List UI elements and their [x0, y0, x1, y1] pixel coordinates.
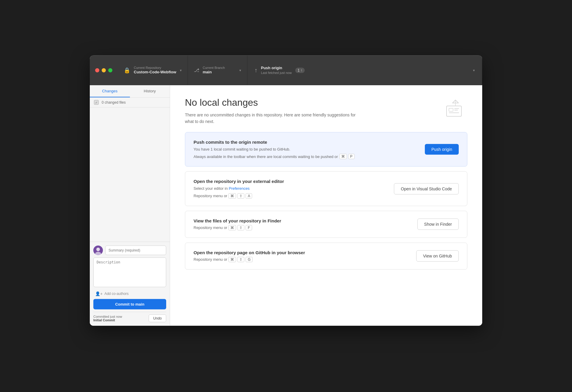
select-all-checkbox[interactable]: ✓ — [94, 100, 99, 105]
suggestion-card-github: Open the repository page on GitHub in yo… — [185, 243, 467, 270]
push-label-main: Push origin — [261, 66, 292, 71]
suggestion-editor-title: Open the repository in your external edi… — [194, 179, 385, 184]
push-label-small: Last fetched just now — [261, 71, 292, 75]
open-editor-button[interactable]: Open in Visual Studio Code — [394, 183, 459, 194]
repo-label-small: Current Repository — [134, 66, 176, 70]
svg-rect-4 — [449, 108, 453, 111]
repo-section[interactable]: 🔒 Current Repository Custom-Code-Webflow… — [118, 56, 188, 85]
repo-label-main: Custom-Code-Webflow — [134, 70, 176, 75]
suggestion-github-title: Open the repository page on GitHub in yo… — [194, 250, 407, 255]
finder-kbd-shift: ⇧ — [237, 225, 244, 230]
push-section[interactable]: ↑ Push origin Last fetched just now 1 ↑ … — [247, 56, 482, 85]
branch-section[interactable]: ⎇ Current Branch main ▾ — [188, 56, 247, 85]
repo-dropdown-arrow: ▾ — [180, 68, 182, 72]
tab-history[interactable]: History — [130, 85, 170, 97]
tab-changes[interactable]: Changes — [90, 85, 130, 97]
co-author-row[interactable]: 👤+ Add co-authors — [93, 290, 166, 297]
push-badge-text: 1 ↑ — [298, 68, 302, 72]
finder-kbd-f: F — [246, 225, 252, 230]
undo-button[interactable]: Undo — [149, 314, 166, 322]
no-changes-subtitle: There are no uncommitted changes in this… — [185, 112, 357, 125]
no-changes-text: No local changes There are no uncommitte… — [185, 97, 357, 125]
editor-kbd-shift: ⇧ — [237, 193, 244, 199]
finder-kbd-cmd: ⌘ — [228, 225, 236, 230]
suggestion-card-editor: Open the repository in your external edi… — [185, 171, 467, 206]
changed-files-label: 0 changed files — [102, 100, 126, 105]
push-kbd-cmd: ⌘ — [339, 154, 347, 159]
toolbar-sections: 🔒 Current Repository Custom-Code-Webflow… — [118, 56, 482, 85]
no-changes-title: No local changes — [185, 97, 357, 108]
minimize-button[interactable] — [102, 68, 106, 72]
svg-point-1 — [96, 248, 100, 251]
main-content: No local changes There are no uncommitte… — [170, 85, 482, 326]
suggestions-list: Push commits to the origin remote You ha… — [185, 132, 467, 270]
no-changes-header: No local changes There are no uncommitte… — [185, 97, 467, 125]
summary-input[interactable] — [105, 246, 166, 255]
branch-label-small: Current Branch — [203, 66, 225, 70]
suggestion-editor-text: Open the repository in your external edi… — [194, 179, 385, 199]
commit-button[interactable]: Commit to main — [93, 299, 166, 309]
co-author-label: Add co-authors — [104, 292, 128, 296]
commit-status-msg: Initial Commit — [93, 318, 122, 322]
push-icon: ↑ — [254, 67, 257, 74]
push-badge: 1 ↑ — [295, 67, 305, 73]
sidebar-content — [90, 108, 170, 242]
push-kbd-p: P — [348, 154, 355, 159]
description-textarea[interactable] — [93, 257, 166, 287]
titlebar: 🔒 Current Repository Custom-Code-Webflow… — [90, 56, 482, 85]
branch-icon: ⎇ — [194, 67, 199, 73]
editor-kbd-cmd: ⌘ — [228, 193, 236, 199]
sidebar: Changes History ✓ 0 changed files — [90, 85, 170, 326]
branch-dropdown-arrow: ▾ — [239, 68, 241, 72]
svg-rect-7 — [449, 113, 459, 113]
suggestion-push-shortcut: Always available in the toolbar when the… — [194, 154, 416, 159]
branch-labels: Current Branch main — [203, 66, 225, 75]
avatar — [93, 246, 103, 255]
commit-status-info: Committed just now Initial Commit — [93, 315, 122, 322]
suggestion-github-text: Open the repository page on GitHub in yo… — [194, 250, 407, 262]
suggestion-card-push: Push commits to the origin remote You ha… — [185, 132, 467, 167]
push-dropdown-arrow: ▾ — [473, 68, 475, 72]
svg-rect-6 — [454, 110, 458, 110]
suggestion-push-title: Push commits to the origin remote — [194, 140, 416, 145]
maximize-button[interactable] — [108, 68, 112, 72]
repo-labels: Current Repository Custom-Code-Webflow — [134, 66, 176, 75]
suggestion-card-finder: View the files of your repository in Fin… — [185, 211, 467, 238]
illustration — [444, 97, 467, 122]
show-finder-button[interactable]: Show in Finder — [417, 219, 459, 230]
branch-label-main: main — [203, 70, 225, 75]
push-origin-button[interactable]: Push origin — [425, 144, 459, 155]
main-layout: Changes History ✓ 0 changed files — [90, 85, 482, 326]
suggestion-editor-desc: Select your editor in Preferences — [194, 186, 385, 192]
github-kbd-cmd: ⌘ — [228, 257, 236, 262]
commit-status-time: Committed just now — [93, 315, 122, 318]
suggestion-push-text: Push commits to the origin remote You ha… — [194, 140, 416, 159]
changed-files-row: ✓ 0 changed files — [90, 98, 170, 108]
close-button[interactable] — [95, 68, 99, 72]
commit-row — [93, 246, 166, 255]
view-github-button[interactable]: View on GitHub — [416, 250, 459, 262]
commit-status: Committed just now Initial Commit Undo — [93, 312, 166, 322]
github-kbd-shift: ⇧ — [237, 257, 244, 262]
sidebar-bottom: 👤+ Add co-authors Commit to main Committ… — [90, 242, 170, 326]
repo-icon: 🔒 — [124, 67, 130, 73]
push-labels: Push origin Last fetched just now — [261, 66, 292, 75]
sidebar-tabs: Changes History — [90, 85, 170, 98]
app-window: 🔒 Current Repository Custom-Code-Webflow… — [90, 56, 482, 326]
suggestion-finder-shortcut: Repository menu or ⌘ ⇧ F — [194, 225, 408, 230]
co-author-icon: 👤+ — [95, 291, 103, 296]
github-kbd-g: G — [246, 257, 252, 262]
suggestion-finder-text: View the files of your repository in Fin… — [194, 218, 408, 230]
suggestion-github-shortcut: Repository menu or ⌘ ⇧ G — [194, 257, 407, 262]
traffic-lights — [90, 68, 118, 72]
suggestion-editor-shortcut: Repository menu or ⌘ ⇧ A — [194, 193, 385, 199]
svg-rect-5 — [454, 108, 459, 109]
suggestion-push-desc: You have 1 local commit waiting to be pu… — [194, 146, 416, 152]
editor-kbd-a: A — [246, 193, 252, 199]
suggestion-finder-title: View the files of your repository in Fin… — [194, 218, 408, 223]
preferences-link[interactable]: Preferences — [229, 186, 250, 191]
